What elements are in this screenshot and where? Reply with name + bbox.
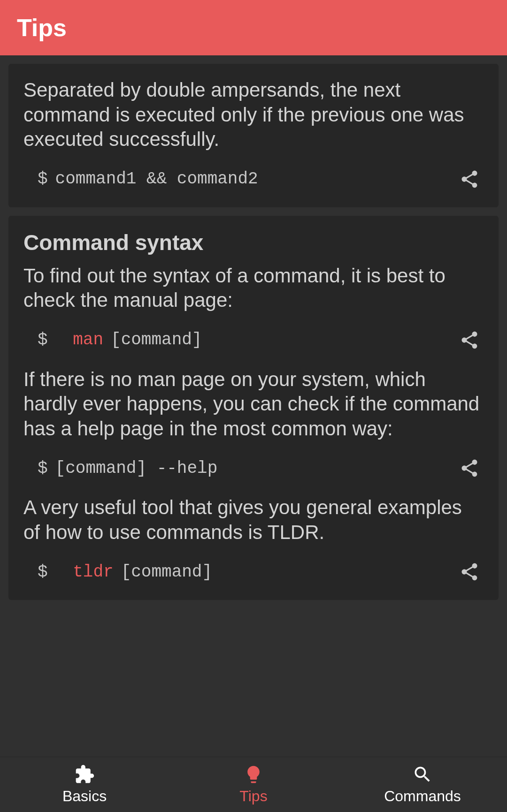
tip-card: Command syntax To find out the syntax of… — [8, 216, 499, 600]
code-example-row: $ man [command] — [23, 330, 484, 350]
code-command: tldr — [73, 562, 113, 582]
code-text: [command] — [111, 330, 202, 349]
tip-description: Separated by double ampersands, the next… — [23, 78, 484, 152]
bottom-navigation: Basics Tips Commands — [0, 757, 507, 812]
search-icon — [412, 764, 433, 785]
nav-tips[interactable]: Tips — [169, 757, 338, 812]
code-example-row: $ [command] --help — [23, 458, 484, 478]
shell-prompt: $ — [38, 562, 48, 582]
tip-card: Separated by double ampersands, the next… — [8, 64, 499, 207]
code-example-row: $ command1 && command2 — [23, 169, 484, 190]
shell-prompt: $ — [38, 330, 48, 349]
content-area: Separated by double ampersands, the next… — [0, 55, 507, 757]
code-block: $ man [command] — [38, 330, 202, 349]
shell-prompt: $ — [38, 459, 48, 478]
page-title: Tips — [17, 14, 67, 42]
nav-basics[interactable]: Basics — [0, 757, 169, 812]
nav-label: Tips — [239, 788, 267, 805]
puzzle-icon — [74, 764, 95, 785]
nav-label: Basics — [62, 788, 107, 805]
share-icon[interactable] — [459, 562, 480, 582]
code-block: $ tldr [command] — [38, 562, 212, 582]
share-icon[interactable] — [459, 169, 480, 190]
share-icon[interactable] — [459, 330, 480, 350]
nav-label: Commands — [384, 788, 461, 805]
nav-commands[interactable]: Commands — [338, 757, 507, 812]
code-text: [command] — [121, 562, 212, 582]
app-header: Tips — [0, 0, 507, 55]
tip-description: To find out the syntax of a command, it … — [23, 264, 484, 313]
shell-prompt: $ — [38, 169, 48, 189]
tip-title: Command syntax — [23, 230, 484, 255]
code-example-row: $ tldr [command] — [23, 562, 484, 582]
code-command: man — [73, 330, 103, 349]
code-block: $ command1 && command2 — [38, 169, 258, 189]
lightbulb-icon — [243, 764, 264, 785]
code-text: [command] --help — [55, 459, 218, 478]
share-icon[interactable] — [459, 458, 480, 478]
tip-description: A very useful tool that gives you genera… — [23, 495, 484, 545]
code-block: $ [command] --help — [38, 459, 217, 478]
code-text: command1 && command2 — [55, 169, 258, 189]
tip-description: If there is no man page on your system, … — [23, 367, 484, 441]
